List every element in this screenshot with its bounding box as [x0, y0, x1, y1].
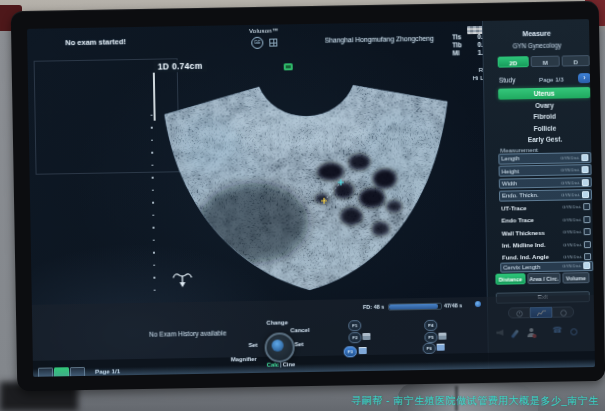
measure-row-cervix-length[interactable]: Cervix LengthGYN Dist.	[500, 261, 593, 273]
study-item-uterus[interactable]: Uterus	[498, 87, 590, 100]
cine-progress-fill	[389, 304, 438, 309]
pkey-p4[interactable]: P4	[424, 320, 437, 331]
pkey-p5[interactable]: P5	[424, 332, 437, 343]
cine-position-label: 47/48 s	[444, 302, 462, 308]
measure-row-ut-trace[interactable]: UT-TraceGYN Dist.	[499, 202, 592, 214]
panel-subtitle: GYN Gynecology	[483, 41, 590, 50]
layout-report-icon[interactable]	[70, 367, 85, 377]
printer-icon	[438, 333, 446, 340]
checkbox[interactable]	[581, 154, 588, 161]
study-item-early-gest[interactable]: Early Gest.	[499, 133, 591, 146]
watermark-text: 寻嗣帮 - 南宁生殖医院做试管费用大概是多少_南宁生	[352, 394, 599, 408]
measure-row-height[interactable]: HeightGYN Dist.	[499, 164, 592, 176]
measure-row-length[interactable]: LengthGYN Dist.	[498, 152, 591, 164]
checkbox[interactable]	[583, 216, 590, 223]
area-circ-button[interactable]: Area / Circ.	[527, 273, 560, 285]
layout-grid-icon[interactable]	[54, 367, 69, 377]
checkbox[interactable]	[584, 253, 591, 260]
pkey-p3[interactable]: P3	[344, 346, 357, 357]
pkey-p6[interactable]: P6	[423, 343, 436, 354]
ultrasound-screen: No exam started! Voluson™ GE Shanghai Ho…	[27, 19, 595, 377]
ge-logo-icon: GE	[251, 37, 263, 49]
study-item-fibroid[interactable]: Fibroid	[499, 110, 591, 123]
study-label: Study	[499, 76, 515, 83]
pkey-p1[interactable]: P1	[348, 320, 361, 331]
checkbox[interactable]	[582, 179, 589, 186]
layout-grid-icon	[269, 39, 277, 47]
cine-duration-label: FD: 48 s	[363, 304, 385, 310]
trackball-hint-magnifier: Magnifier	[231, 356, 257, 362]
measure-row-wall-thickness[interactable]: Wall ThicknessGYN Dist.	[500, 226, 593, 238]
trackball-hint-change: Change	[260, 319, 294, 326]
photo-background: No exam started! Voluson™ GE Shanghai Ho…	[0, 0, 605, 411]
printer-icon	[362, 333, 370, 340]
next-page-button[interactable]: ›	[578, 73, 591, 83]
page-indicator: Page 1/1	[95, 367, 120, 374]
measure-row-width[interactable]: WidthGYN Dist.	[499, 177, 592, 189]
panel-title: Measure	[483, 29, 590, 38]
status-message: No exam started!	[65, 37, 126, 47]
brand-logo: Voluson™	[249, 27, 278, 34]
trackball-hint-calc-cine: Calc|Cine	[261, 361, 301, 368]
checkbox[interactable]	[583, 262, 590, 269]
study-item-follicle[interactable]: Follicle	[499, 122, 591, 135]
cine-progress-bar[interactable]	[388, 303, 442, 310]
save-icon	[359, 347, 367, 354]
checkbox[interactable]	[584, 228, 591, 235]
checkbox[interactable]	[583, 203, 590, 210]
pkey-p2[interactable]: P2	[348, 332, 361, 343]
measure-row-endo-thickn[interactable]: Endo. Thickn.GYN Dist.	[499, 189, 592, 201]
save-icon	[437, 344, 445, 351]
study-item-ovary[interactable]: Ovary	[498, 99, 590, 112]
uterus-body-marker-icon	[171, 270, 193, 288]
measure-row-int-midline[interactable]: Int. Midline Ind.GYN Dist.	[500, 239, 593, 251]
tab-m[interactable]: M	[531, 56, 560, 68]
trackball-hint-set-right: Set	[295, 341, 304, 347]
tab-2d[interactable]: 2D	[498, 56, 529, 68]
trackball-hint-cancel: Cancel	[290, 327, 309, 333]
volume-button[interactable]: Volume	[562, 272, 589, 283]
cine-playhead[interactable]	[475, 301, 481, 307]
layout-list-icon[interactable]	[38, 367, 53, 376]
checkbox[interactable]	[584, 241, 591, 248]
trackball-hint-set-left: Set	[249, 342, 258, 348]
checkbox[interactable]	[582, 191, 589, 198]
tab-d[interactable]: D	[562, 55, 590, 66]
study-page-indicator: Page 1/3	[539, 76, 564, 83]
distance-button[interactable]: Distance	[495, 273, 525, 285]
measure-row-endo-trace[interactable]: Endo TraceGYN Dist.	[499, 214, 592, 226]
ultrasound-image[interactable]	[146, 57, 472, 305]
checkbox[interactable]	[582, 166, 589, 173]
monitor-bezel: No exam started! Voluson™ GE Shanghai Ho…	[11, 1, 605, 391]
